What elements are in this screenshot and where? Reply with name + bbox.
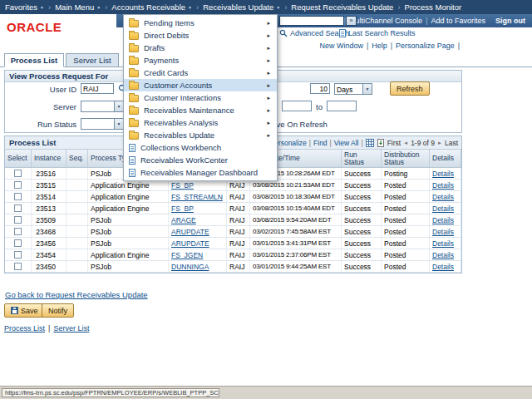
column-header-select[interactable]: Select xyxy=(5,150,32,167)
table-row: 23450 PSJob DUNNINGA RAIJ 03/01/2015 9:4… xyxy=(5,261,461,273)
seq-cell xyxy=(66,191,88,202)
menu-item-direct-debits[interactable]: Direct Debits▸ xyxy=(124,29,277,42)
menu-item-payments[interactable]: Payments▸ xyxy=(124,54,277,66)
select-checkbox[interactable] xyxy=(14,170,22,177)
nav-link-add-to-favorites[interactable]: Add to Favorites xyxy=(431,17,485,25)
server-select[interactable]: ▼ xyxy=(81,101,124,112)
breadcrumb-item-receivables-update[interactable]: Receivables Update xyxy=(203,2,273,12)
process-name-link[interactable]: FS_BP xyxy=(171,181,194,190)
refresh-button[interactable]: Refresh xyxy=(390,81,430,96)
find-link[interactable]: Find xyxy=(313,139,328,147)
menu-item-customer-accounts[interactable]: Customer Accounts▸ xyxy=(124,79,277,91)
select-checkbox[interactable] xyxy=(14,181,22,189)
details-link[interactable]: Details xyxy=(432,216,454,224)
separator: | xyxy=(48,324,50,332)
distribution-status-cell: Posting xyxy=(382,168,430,179)
go-back-link[interactable]: Go back to Request Receivables Update xyxy=(5,290,148,299)
last-search-results-link[interactable]: Last Search Results xyxy=(339,29,416,37)
process-name-link[interactable]: DUNNINGA xyxy=(171,263,209,271)
breadcrumb-separator-icon: › xyxy=(196,2,199,12)
menu-item-receivables-manager-dashboard[interactable]: Receivables Manager Dashboard xyxy=(124,166,277,179)
user-id-input[interactable] xyxy=(81,83,114,94)
distribution-status-cell: Posted xyxy=(382,180,430,190)
search-go-button[interactable]: » xyxy=(346,16,357,26)
menu-item-label: Pending Items xyxy=(144,18,195,27)
process-name-link[interactable]: FS_STREAMLN xyxy=(171,193,223,201)
instance-from-input[interactable] xyxy=(282,101,312,111)
help-link[interactable]: Help xyxy=(372,42,387,50)
pagination-first[interactable]: First xyxy=(387,139,401,147)
menu-item-receivables-maintenance[interactable]: Receivables Maintenance▸ xyxy=(124,104,277,116)
server-list-link[interactable]: Server List xyxy=(53,324,89,332)
prev-arrow-icon[interactable]: ◄ xyxy=(403,140,408,145)
browser-status-bar: https://fms-trn.ps.sc.edu/psp/FPTRN/EMPL… xyxy=(0,386,532,399)
save-button-label: Save xyxy=(21,307,38,315)
select-checkbox[interactable] xyxy=(14,263,22,270)
process-name-link[interactable]: ARAGE xyxy=(171,216,196,224)
run-datetime-cell: 03/08/2015 9:54:20AM EDT xyxy=(250,214,342,225)
new-window-link[interactable]: New Window xyxy=(319,42,363,50)
menu-item-label: Collections Workbench xyxy=(140,143,221,152)
view-all-link[interactable]: View All xyxy=(334,139,359,147)
details-link[interactable]: Details xyxy=(432,239,454,248)
grid-view-icon[interactable] xyxy=(366,139,374,147)
details-link[interactable]: Details xyxy=(432,263,454,271)
breadcrumb-item-process-monitor[interactable]: Process Monitor xyxy=(405,2,462,12)
breadcrumb-item-request-receivables-update[interactable]: Request Receivables Update xyxy=(291,2,393,12)
run-datetime-cell: 03/01/2015 3:41:31PM EST xyxy=(250,238,342,249)
breadcrumb-item-main-menu[interactable]: Main Menu xyxy=(55,2,94,12)
select-checkbox[interactable] xyxy=(14,228,22,235)
breadcrumb-item-accounts-receivable[interactable]: Accounts Receivable xyxy=(111,2,185,12)
process-name-link[interactable]: ARUPDATE xyxy=(171,228,209,236)
instance-to-input[interactable] xyxy=(327,101,357,111)
document-icon xyxy=(339,29,346,37)
process-name-link[interactable]: FS_JGEN xyxy=(171,251,203,259)
menu-item-drafts[interactable]: Drafts▸ xyxy=(124,42,277,54)
select-cell xyxy=(5,249,32,260)
search-input[interactable] xyxy=(279,16,344,26)
process-name-link[interactable]: FS_BP xyxy=(171,204,194,213)
select-checkbox[interactable] xyxy=(14,204,22,212)
column-header-run-status[interactable]: Run Status xyxy=(342,150,382,167)
select-checkbox[interactable] xyxy=(14,251,22,259)
download-to-excel-icon[interactable] xyxy=(377,139,385,147)
personalize-page-link[interactable]: Personalize Page xyxy=(396,42,455,50)
details-link[interactable]: Details xyxy=(432,228,454,236)
folder-icon xyxy=(129,107,139,115)
menu-item-receivables-workcenter[interactable]: Receivables WorkCenter xyxy=(124,154,277,166)
column-header-instance[interactable]: Instance xyxy=(32,150,66,167)
select-checkbox[interactable] xyxy=(14,216,22,224)
last-days-input[interactable] xyxy=(310,83,330,94)
menu-item-receivables-update[interactable]: Receivables Update▸ xyxy=(124,129,277,141)
pagination-last[interactable]: Last xyxy=(445,139,458,147)
run-status-select[interactable]: ▼ xyxy=(81,118,124,130)
process-list-link[interactable]: Process List xyxy=(4,324,45,332)
notify-button[interactable]: Notify xyxy=(42,303,74,318)
menu-item-receivables-analysis[interactable]: Receivables Analysis▸ xyxy=(124,116,277,129)
details-link[interactable]: Details xyxy=(432,181,454,190)
details-link[interactable]: Details xyxy=(432,193,454,201)
details-link[interactable]: Details xyxy=(432,170,454,178)
nav-link-multichannel-console[interactable]: MultiChannel Console xyxy=(349,17,422,25)
select-checkbox[interactable] xyxy=(14,193,22,200)
days-select-value: Days xyxy=(337,86,352,94)
details-link[interactable]: Details xyxy=(432,204,454,213)
next-arrow-icon[interactable]: ► xyxy=(437,140,442,145)
menu-item-pending-items[interactable]: Pending Items▸ xyxy=(124,17,277,29)
process-name-link[interactable]: ARUPDATE xyxy=(171,239,209,248)
save-button[interactable]: Save xyxy=(4,303,45,318)
column-header-distribution-status[interactable]: Distribution Status xyxy=(382,150,430,167)
details-link[interactable]: Details xyxy=(432,251,454,259)
menu-item-credit-cards[interactable]: Credit Cards▸ xyxy=(124,66,277,79)
signout-link[interactable]: Sign out xyxy=(495,17,525,25)
submenu-arrow-icon: ▸ xyxy=(267,57,270,64)
tab-server-list[interactable]: Server List xyxy=(66,53,119,67)
menu-item-collections-workbench[interactable]: Collections Workbench xyxy=(124,141,277,154)
column-header-seq[interactable]: Seq. xyxy=(66,150,88,167)
menu-item-customer-interactions[interactable]: Customer Interactions▸ xyxy=(124,91,277,104)
column-header-details[interactable]: Details xyxy=(430,150,461,167)
days-select[interactable]: Days ▼ xyxy=(334,83,372,95)
breadcrumb-item-favorites[interactable]: Favorites xyxy=(5,2,37,12)
tab-process-list[interactable]: Process List xyxy=(4,53,64,67)
select-checkbox[interactable] xyxy=(14,239,22,247)
